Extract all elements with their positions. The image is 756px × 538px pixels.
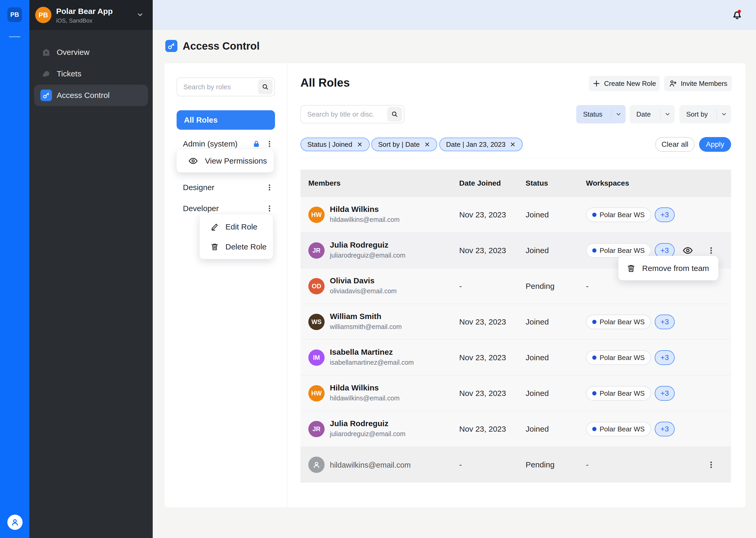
status-badge: Joined [526, 197, 549, 233]
workspace-extra-badge[interactable]: +3 [655, 350, 675, 365]
table-row[interactable]: HW Hilda Wilkins hildawilkins@email.com … [301, 197, 731, 232]
status-badge: Joined [526, 411, 549, 447]
table-row[interactable]: JR Julia Rodreguiz juliarodreguiz@email.… [301, 411, 731, 447]
workspace-dot [592, 248, 596, 252]
chevron-down-icon [660, 111, 675, 117]
eye-icon [188, 156, 198, 166]
close-icon[interactable] [356, 141, 363, 147]
eye-icon[interactable] [682, 245, 693, 256]
apply-button[interactable]: Apply [699, 137, 731, 152]
user-avatar-button[interactable] [7, 514, 23, 530]
status-filter-dropdown[interactable]: Status [576, 105, 626, 124]
invite-members-button[interactable]: Invite Members [664, 76, 732, 91]
status-badge: Pending [526, 268, 554, 304]
chevron-down-icon [611, 111, 626, 117]
sidebar-item-tickets[interactable]: Tickets [34, 63, 148, 84]
plus-icon [592, 80, 600, 87]
avatar: JR [308, 242, 325, 259]
view-permissions-menu-item[interactable]: View Permissions [177, 149, 274, 173]
avatar: HW [308, 385, 325, 402]
key-icon [40, 89, 52, 101]
home-icon [40, 46, 52, 58]
sidebar-nav: Overview Tickets Access Control [29, 41, 153, 106]
workspace-pill: Polar Bear WS [586, 422, 651, 436]
status-badge: Joined [526, 375, 549, 411]
members-search-input[interactable] [301, 110, 387, 118]
workspace-dot [592, 320, 596, 324]
filter-chip-status[interactable]: Status | Joined [301, 137, 370, 151]
workspace-pill: Polar Bear WS [586, 315, 651, 329]
section-heading: All Roles [301, 76, 350, 89]
app-name: Polar Bear App [56, 7, 113, 16]
kebab-menu-icon[interactable] [707, 246, 715, 255]
close-icon[interactable] [510, 141, 516, 147]
avatar: IM [308, 350, 325, 366]
filter-chip-sort[interactable]: Sort by | Date [371, 137, 437, 151]
avatar: WS [308, 314, 325, 330]
clear-all-button[interactable]: Clear all [655, 137, 694, 152]
search-icon[interactable] [387, 107, 402, 122]
roles-search-input[interactable] [177, 83, 258, 91]
workspace-pill: Polar Bear WS [586, 386, 651, 401]
table-row[interactable]: WS William Smith williamsmith@email.com … [301, 304, 731, 340]
search-icon[interactable] [258, 80, 273, 94]
sidebar: PB Polar Bear App iOS, SandBox Overview … [29, 0, 153, 538]
workspace-pill: Polar Bear WS [586, 207, 651, 222]
workspace-extra-badge[interactable]: +3 [655, 386, 675, 401]
remove-from-team-menu-item[interactable]: Remove from team [619, 256, 718, 281]
sidebar-item-label: Tickets [57, 69, 81, 78]
workspace-dot [592, 391, 596, 396]
date-filter-dropdown[interactable]: Date [630, 105, 675, 124]
status-badge: Pending [526, 447, 554, 483]
table-row[interactable]: HW Hilda Wilkins hildawilkins@email.com … [301, 375, 731, 411]
role-context-menu: View Permissions [176, 149, 274, 173]
avatar-placeholder [308, 457, 325, 473]
close-icon[interactable] [424, 141, 430, 147]
trash-icon [626, 264, 636, 273]
members-table: Members Date Joined Status Workspaces HW… [301, 170, 731, 482]
person-icon [10, 517, 20, 527]
status-badge: Joined [526, 304, 549, 340]
role-item-designer[interactable]: Designer [177, 180, 275, 195]
workspace-dot [592, 355, 596, 360]
kebab-menu-icon[interactable] [265, 204, 273, 212]
pencil-icon [210, 222, 219, 231]
chevron-down-icon[interactable] [136, 11, 144, 18]
filter-chip-date[interactable]: Date | Jan 23, 2023 [439, 137, 523, 151]
kebab-menu-icon[interactable] [707, 460, 715, 469]
table-row[interactable]: hildawilkins@email.com - Pending - [301, 447, 731, 482]
sort-by-dropdown[interactable]: Sort by [680, 105, 731, 124]
rail-divider [9, 36, 21, 37]
panel-divider [287, 63, 287, 508]
workspace-extra-badge[interactable]: +3 [655, 422, 675, 436]
sidebar-item-overview[interactable]: Overview [34, 41, 148, 63]
lock-icon [252, 139, 261, 148]
avatar: HW [308, 207, 325, 223]
access-control-card: All Roles Admin (system) View Permission… [164, 63, 746, 508]
edit-role-menu-item[interactable]: Edit Role [200, 217, 273, 237]
status-badge: Joined [526, 340, 549, 375]
sidebar-item-access-control[interactable]: Access Control [34, 84, 148, 106]
notifications-bell-icon[interactable] [730, 7, 744, 22]
workspace-dot [592, 427, 596, 431]
members-search [301, 105, 404, 124]
create-new-role-button[interactable]: Create New Role [589, 76, 660, 91]
kebab-menu-icon[interactable] [265, 184, 273, 191]
workspace-logo[interactable]: PB [7, 7, 22, 22]
app-switcher[interactable]: PB Polar Bear App iOS, SandBox [29, 0, 153, 30]
avatar: OD [308, 278, 325, 294]
person-add-icon [669, 79, 677, 88]
sidebar-item-label: Access Control [57, 91, 110, 100]
workspace-dot [592, 213, 596, 217]
role-actions-menu: Edit Role Delete Role [200, 214, 273, 259]
table-row[interactable]: IM Isabella Martinez isabellamartinez@em… [301, 340, 731, 375]
kebab-menu-icon[interactable] [265, 140, 273, 148]
workspace-extra-badge[interactable]: +3 [655, 315, 675, 329]
avatar: JR [308, 421, 325, 437]
chevron-down-icon [717, 111, 731, 117]
delete-role-menu-item[interactable]: Delete Role [200, 237, 273, 257]
role-filter-all-roles[interactable]: All Roles [177, 110, 275, 130]
workspace-extra-badge[interactable]: +3 [655, 207, 675, 222]
sidebar-item-label: Overview [57, 48, 89, 57]
status-badge: Joined [526, 233, 549, 268]
